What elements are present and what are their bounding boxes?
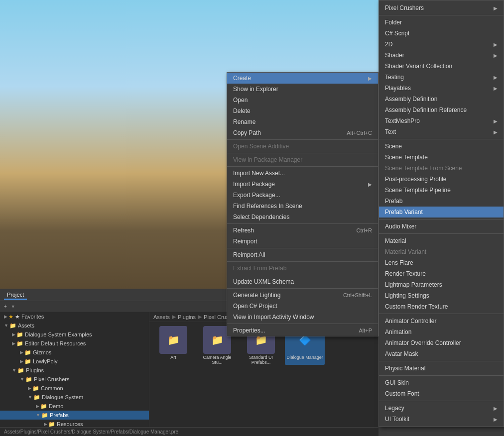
ctx-reimport[interactable]: Reimport xyxy=(227,236,378,247)
sub-prefab-variant[interactable]: Prefab Variant xyxy=(379,207,504,218)
sub-lighting-settings-label: Lighting Settings xyxy=(385,292,429,299)
ctx-copy-path-shortcut: Alt+Ctrl+C xyxy=(347,130,372,136)
favorites-section[interactable]: ▶ ★ ★ Favorites xyxy=(0,312,149,321)
ctx-properties[interactable]: Properties... Alt+P xyxy=(227,325,378,336)
tree-plugins[interactable]: ▼ 📁 Plugins xyxy=(0,366,149,375)
sub-testing[interactable]: Testing ▶ xyxy=(379,72,504,83)
ctx-rename[interactable]: Rename xyxy=(227,116,378,127)
sub-playables[interactable]: Playables ▶ xyxy=(379,83,504,94)
ctx-import-new[interactable]: Import New Asset... xyxy=(227,168,378,179)
sub-2d[interactable]: 2D ▶ xyxy=(379,39,504,50)
ctx-import-package[interactable]: Import Package ▶ xyxy=(227,179,378,190)
ctx-properties-label: Properties... xyxy=(233,327,265,334)
tree-lowlypoly[interactable]: ▶ 📁 LowlyPoly xyxy=(0,357,149,366)
sub-shader[interactable]: Shader ▶ xyxy=(379,50,504,61)
sub-animator-override[interactable]: Animator Override Controller xyxy=(379,337,504,348)
sub-avatar-mask[interactable]: Avatar Mask xyxy=(379,348,504,359)
breadcrumb-assets[interactable]: Assets xyxy=(153,314,170,320)
tree-resources[interactable]: ▶ 📁 Resources xyxy=(0,420,149,427)
sub-audio-mixer[interactable]: Audio Mixer xyxy=(379,221,504,232)
tree-demo[interactable]: ▶ 📁 Demo xyxy=(0,402,149,411)
ctx-refresh[interactable]: Refresh Ctrl+R xyxy=(227,225,378,236)
ctx-import-package-label: Import Package xyxy=(233,181,275,188)
sub-folder[interactable]: Folder xyxy=(379,17,504,28)
favorites-label: ★ Favorites xyxy=(15,314,44,320)
sub-physic-material[interactable]: Physic Material xyxy=(379,363,504,374)
add-dropdown-icon[interactable]: ▼ xyxy=(11,304,15,309)
sub-text-arrow: ▶ xyxy=(494,129,498,135)
ctx-copy-path-label: Copy Path xyxy=(233,129,261,136)
ctx-open-csharp[interactable]: Open C# Project xyxy=(227,301,378,312)
favorites-star-icon: ★ xyxy=(8,314,13,320)
sub-scene-template-from-scene: Scene Template From Scene xyxy=(379,163,504,174)
add-button[interactable]: + xyxy=(2,303,9,310)
tab-project[interactable]: Project xyxy=(4,291,27,300)
sub-assembly-def-label: Assembly Definition xyxy=(385,96,437,103)
file-art[interactable]: 📁 Art xyxy=(153,326,193,365)
ctx-reimport-all[interactable]: Reimport All xyxy=(227,249,378,260)
ctx-show-explorer[interactable]: Show in Explorer xyxy=(227,84,378,95)
sub-shader-arrow: ▶ xyxy=(494,53,498,58)
tree-dialogue-system[interactable]: ▼ 📁 Dialogue System xyxy=(0,393,149,402)
breadcrumb-plugins[interactable]: Plugins xyxy=(178,314,196,320)
sub-shader-label: Shader xyxy=(385,52,404,59)
ctx-view-import-activity[interactable]: View in Import Activity Window xyxy=(227,312,378,323)
ctx-open[interactable]: Open xyxy=(227,95,378,106)
sub-prefab[interactable]: Prefab xyxy=(379,196,504,207)
ctx-create[interactable]: Create ▶ xyxy=(227,73,378,84)
sub-ui-toolkit[interactable]: UI Toolkit ▶ xyxy=(379,414,504,425)
sub-lighting-settings[interactable]: Lighting Settings xyxy=(379,290,504,301)
ctx-update-uxml[interactable]: Update UXML Schema xyxy=(227,276,378,287)
sub-material[interactable]: Material xyxy=(379,235,504,246)
ctx-export-package[interactable]: Export Package... xyxy=(227,190,378,201)
sub-sep-7 xyxy=(379,375,504,376)
sub-gui-skin[interactable]: GUI Skin xyxy=(379,377,504,388)
ctx-extract-prefab-label: Extract From Prefab xyxy=(233,265,286,272)
tree-gizmos[interactable]: ▶ 📁 Gizmos xyxy=(0,348,149,357)
ctx-find-references[interactable]: Find References In Scene xyxy=(227,201,378,212)
ctx-reimport-all-label: Reimport All xyxy=(233,251,265,258)
sub-text-label: Text xyxy=(385,128,396,135)
tree-pixel-crushers[interactable]: ▼ 📁 Pixel Crushers xyxy=(0,375,149,384)
sub-assembly-def-ref[interactable]: Assembly Definition Reference xyxy=(379,105,504,115)
ctx-show-explorer-label: Show in Explorer xyxy=(233,86,278,93)
sub-custom-font[interactable]: Custom Font xyxy=(379,388,504,399)
sub-textmeshpro[interactable]: TextMeshPro ▶ xyxy=(379,115,504,126)
tree-prefabs[interactable]: ▼ 📁 Prefabs xyxy=(0,411,149,420)
tree-common[interactable]: ▶ 📁 Common xyxy=(0,384,149,393)
sub-assembly-def[interactable]: Assembly Definition xyxy=(379,94,504,105)
sub-legacy[interactable]: Legacy ▶ xyxy=(379,403,504,414)
sub-custom-render-texture[interactable]: Custom Render Texture xyxy=(379,301,504,312)
sub-pixel-crushers-arrow: ▶ xyxy=(494,5,498,11)
tree-dialogue-examples[interactable]: ▶ 📁 Dialogue System Examples xyxy=(0,330,149,339)
sub-scene-template[interactable]: Scene Template xyxy=(379,152,504,163)
sub-text[interactable]: Text ▶ xyxy=(379,126,504,137)
sub-2d-label: 2D xyxy=(385,41,392,48)
sub-lens-flare[interactable]: Lens Flare xyxy=(379,257,504,268)
sub-render-texture[interactable]: Render Texture xyxy=(379,268,504,279)
breadcrumb-sep-2: ▶ xyxy=(198,314,202,320)
ctx-generate-lighting[interactable]: Generate Lighting Ctrl+Shift+L xyxy=(227,290,378,301)
sub-pixel-crushers[interactable]: Pixel Crushers ▶ xyxy=(379,2,504,13)
sub-lightmap-params[interactable]: Lightmap Parameters xyxy=(379,279,504,290)
status-text: Assets/Plugins/Pixel Crushers/Dialogue S… xyxy=(4,429,178,435)
sub-csharp-script[interactable]: C# Script xyxy=(379,28,504,39)
sub-playables-arrow: ▶ xyxy=(494,86,498,91)
ctx-select-deps[interactable]: Select Dependencies xyxy=(227,212,378,222)
sub-post-processing[interactable]: Post-processing Profile xyxy=(379,174,504,185)
sub-legacy-label: Legacy xyxy=(385,405,404,412)
sub-scene[interactable]: Scene xyxy=(379,141,504,152)
sub-sep-4 xyxy=(379,233,504,234)
ctx-sep-5 xyxy=(227,248,378,248)
ctx-open-scene-additive: Open Scene Additive xyxy=(227,141,378,152)
assets-root[interactable]: ▼ 📁 Assets xyxy=(0,321,149,330)
sub-shader-variant[interactable]: Shader Variant Collection xyxy=(379,61,504,72)
sub-scene-template-pipeline[interactable]: Scene Template Pipeline xyxy=(379,185,504,196)
sub-animation[interactable]: Animation xyxy=(379,327,504,337)
ctx-delete[interactable]: Delete xyxy=(227,106,378,116)
ctx-open-csharp-label: Open C# Project xyxy=(233,303,277,310)
tree-editor-default[interactable]: ▶ 📁 Editor Default Resources xyxy=(0,339,149,348)
sub-animator-controller-label: Animator Controller xyxy=(385,318,436,325)
sub-animator-controller[interactable]: Animator Controller xyxy=(379,316,504,327)
ctx-copy-path[interactable]: Copy Path Alt+Ctrl+C xyxy=(227,127,378,138)
